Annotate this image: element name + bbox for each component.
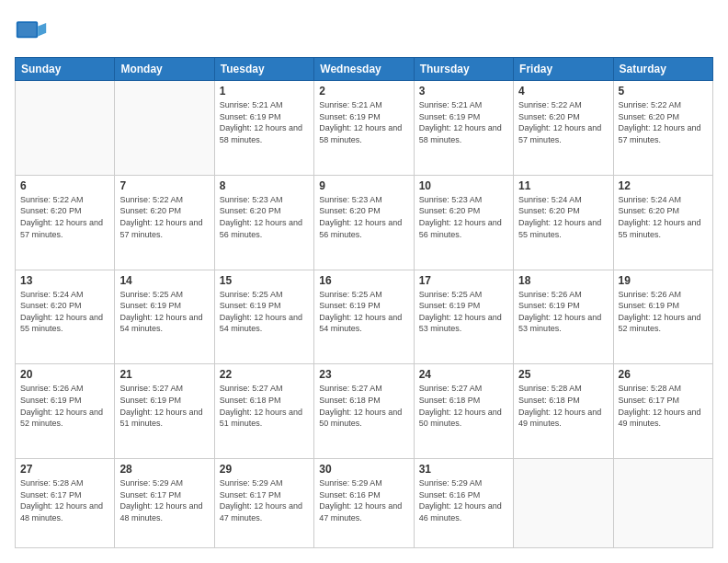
calendar-table: SundayMondayTuesdayWednesdayThursdayFrid… [15, 57, 713, 548]
day-number: 19 [619, 274, 708, 287]
calendar-cell: 29Sunrise: 5:29 AMSunset: 6:17 PMDayligh… [214, 459, 313, 548]
day-info: Sunrise: 5:26 AMSunset: 6:19 PMDaylight:… [518, 289, 608, 335]
day-info: Sunrise: 5:27 AMSunset: 6:18 PMDaylight:… [220, 383, 309, 429]
day-info: Sunrise: 5:25 AMSunset: 6:19 PMDaylight:… [220, 289, 309, 335]
day-info: Sunrise: 5:29 AMSunset: 6:16 PMDaylight:… [319, 477, 408, 523]
calendar-cell: 20Sunrise: 5:26 AMSunset: 6:19 PMDayligh… [16, 364, 115, 459]
day-number: 5 [619, 85, 708, 98]
day-number: 24 [419, 368, 508, 381]
calendar-cell: 16Sunrise: 5:25 AMSunset: 6:19 PMDayligh… [314, 270, 414, 364]
day-of-week-header: Sunday [16, 58, 115, 81]
calendar-week-row: 13Sunrise: 5:24 AMSunset: 6:20 PMDayligh… [16, 270, 713, 364]
day-info: Sunrise: 5:23 AMSunset: 6:20 PMDaylight:… [220, 194, 309, 240]
calendar-cell [115, 81, 214, 176]
day-number: 18 [518, 274, 608, 287]
day-info: Sunrise: 5:28 AMSunset: 6:18 PMDaylight:… [518, 383, 608, 429]
calendar-body: 1Sunrise: 5:21 AMSunset: 6:19 PMDaylight… [16, 81, 713, 548]
day-number: 3 [419, 85, 508, 98]
calendar-cell: 15Sunrise: 5:25 AMSunset: 6:19 PMDayligh… [214, 270, 313, 364]
header [15, 15, 713, 48]
day-number: 11 [518, 179, 608, 192]
day-info: Sunrise: 5:25 AMSunset: 6:19 PMDaylight:… [119, 289, 209, 335]
day-of-week-header: Wednesday [314, 58, 414, 81]
day-number: 10 [419, 179, 508, 192]
calendar-cell: 27Sunrise: 5:28 AMSunset: 6:17 PMDayligh… [16, 459, 115, 548]
day-number: 2 [319, 85, 408, 98]
day-info: Sunrise: 5:29 AMSunset: 6:17 PMDaylight:… [119, 477, 209, 523]
day-of-week-header: Saturday [613, 58, 712, 81]
calendar-cell: 25Sunrise: 5:28 AMSunset: 6:18 PMDayligh… [514, 364, 613, 459]
day-number: 16 [319, 274, 408, 287]
day-info: Sunrise: 5:24 AMSunset: 6:20 PMDaylight:… [20, 289, 109, 335]
day-of-week-header: Tuesday [214, 58, 313, 81]
day-number: 13 [20, 274, 109, 287]
day-info: Sunrise: 5:27 AMSunset: 6:19 PMDaylight:… [119, 383, 209, 429]
day-of-week-header: Thursday [414, 58, 513, 81]
calendar-week-row: 6Sunrise: 5:22 AMSunset: 6:20 PMDaylight… [16, 175, 713, 270]
calendar-cell: 26Sunrise: 5:28 AMSunset: 6:17 PMDayligh… [613, 364, 712, 459]
day-info: Sunrise: 5:22 AMSunset: 6:20 PMDaylight:… [619, 99, 708, 145]
day-info: Sunrise: 5:25 AMSunset: 6:19 PMDaylight:… [319, 289, 408, 335]
calendar-cell: 24Sunrise: 5:27 AMSunset: 6:18 PMDayligh… [414, 364, 513, 459]
page: SundayMondayTuesdayWednesdayThursdayFrid… [0, 0, 728, 563]
calendar-cell: 30Sunrise: 5:29 AMSunset: 6:16 PMDayligh… [314, 459, 414, 548]
day-info: Sunrise: 5:23 AMSunset: 6:20 PMDaylight:… [419, 194, 508, 240]
calendar-cell: 23Sunrise: 5:27 AMSunset: 6:18 PMDayligh… [314, 364, 414, 459]
day-number: 30 [319, 463, 408, 476]
calendar-cell: 19Sunrise: 5:26 AMSunset: 6:19 PMDayligh… [613, 270, 712, 364]
calendar-cell [514, 459, 613, 548]
calendar-cell: 6Sunrise: 5:22 AMSunset: 6:20 PMDaylight… [16, 175, 115, 270]
svg-rect-2 [18, 23, 37, 36]
day-info: Sunrise: 5:24 AMSunset: 6:20 PMDaylight:… [619, 194, 708, 240]
day-info: Sunrise: 5:29 AMSunset: 6:17 PMDaylight:… [220, 477, 309, 523]
calendar-cell: 14Sunrise: 5:25 AMSunset: 6:19 PMDayligh… [115, 270, 214, 364]
day-info: Sunrise: 5:22 AMSunset: 6:20 PMDaylight:… [518, 99, 608, 145]
calendar-cell: 12Sunrise: 5:24 AMSunset: 6:20 PMDayligh… [613, 175, 712, 270]
days-of-week-row: SundayMondayTuesdayWednesdayThursdayFrid… [16, 58, 713, 81]
calendar-cell: 1Sunrise: 5:21 AMSunset: 6:19 PMDaylight… [214, 81, 313, 176]
day-number: 22 [220, 368, 309, 381]
day-number: 4 [518, 85, 608, 98]
calendar-cell: 9Sunrise: 5:23 AMSunset: 6:20 PMDaylight… [314, 175, 414, 270]
day-info: Sunrise: 5:26 AMSunset: 6:19 PMDaylight:… [619, 289, 708, 335]
day-number: 20 [20, 368, 109, 381]
day-number: 28 [119, 463, 209, 476]
day-of-week-header: Monday [115, 58, 214, 81]
logo-icon [15, 15, 48, 48]
day-number: 7 [119, 179, 209, 192]
day-info: Sunrise: 5:22 AMSunset: 6:20 PMDaylight:… [119, 194, 209, 240]
calendar-cell [613, 459, 712, 548]
calendar-cell: 11Sunrise: 5:24 AMSunset: 6:20 PMDayligh… [514, 175, 613, 270]
day-number: 9 [319, 179, 408, 192]
calendar-cell: 10Sunrise: 5:23 AMSunset: 6:20 PMDayligh… [414, 175, 513, 270]
day-number: 8 [220, 179, 309, 192]
calendar-cell: 17Sunrise: 5:25 AMSunset: 6:19 PMDayligh… [414, 270, 513, 364]
day-number: 17 [419, 274, 508, 287]
calendar-cell: 18Sunrise: 5:26 AMSunset: 6:19 PMDayligh… [514, 270, 613, 364]
day-number: 27 [20, 463, 109, 476]
day-of-week-header: Friday [514, 58, 613, 81]
day-info: Sunrise: 5:21 AMSunset: 6:19 PMDaylight:… [220, 99, 309, 145]
day-info: Sunrise: 5:21 AMSunset: 6:19 PMDaylight:… [419, 99, 508, 145]
day-number: 26 [619, 368, 708, 381]
calendar-cell: 7Sunrise: 5:22 AMSunset: 6:20 PMDaylight… [115, 175, 214, 270]
day-number: 29 [220, 463, 309, 476]
day-number: 14 [119, 274, 209, 287]
day-info: Sunrise: 5:24 AMSunset: 6:20 PMDaylight:… [518, 194, 608, 240]
day-info: Sunrise: 5:21 AMSunset: 6:19 PMDaylight:… [319, 99, 408, 145]
day-number: 21 [119, 368, 209, 381]
calendar-cell: 2Sunrise: 5:21 AMSunset: 6:19 PMDaylight… [314, 81, 414, 176]
day-number: 25 [518, 368, 608, 381]
calendar-week-row: 20Sunrise: 5:26 AMSunset: 6:19 PMDayligh… [16, 364, 713, 459]
day-info: Sunrise: 5:29 AMSunset: 6:16 PMDaylight:… [419, 477, 508, 523]
day-number: 12 [619, 179, 708, 192]
day-info: Sunrise: 5:23 AMSunset: 6:20 PMDaylight:… [319, 194, 408, 240]
calendar-cell: 3Sunrise: 5:21 AMSunset: 6:19 PMDaylight… [414, 81, 513, 176]
calendar-cell: 8Sunrise: 5:23 AMSunset: 6:20 PMDaylight… [214, 175, 313, 270]
svg-marker-1 [38, 23, 46, 36]
day-info: Sunrise: 5:28 AMSunset: 6:17 PMDaylight:… [20, 477, 109, 523]
day-info: Sunrise: 5:28 AMSunset: 6:17 PMDaylight:… [619, 383, 708, 429]
day-info: Sunrise: 5:27 AMSunset: 6:18 PMDaylight:… [319, 383, 408, 429]
calendar-cell: 31Sunrise: 5:29 AMSunset: 6:16 PMDayligh… [414, 459, 513, 548]
calendar-cell [16, 81, 115, 176]
